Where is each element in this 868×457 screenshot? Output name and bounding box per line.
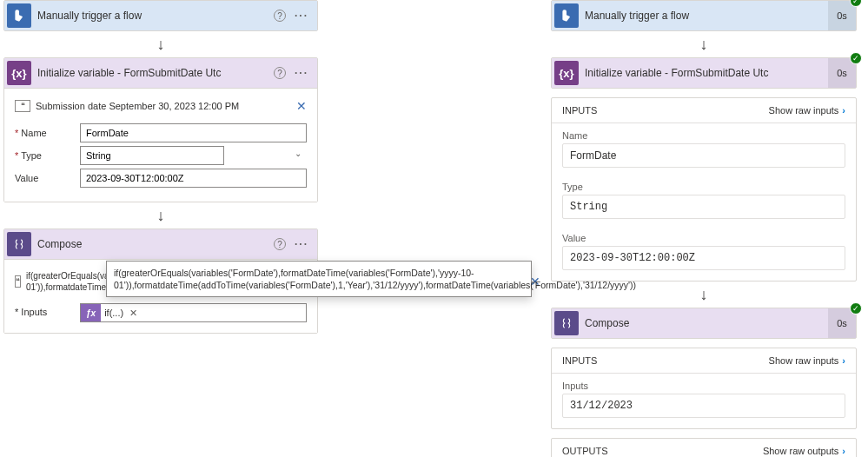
compose-outputs-section: OUTPUTS Show raw outputs› Outputs 31/12/… (551, 438, 857, 457)
action-body: ❝ Submission date September 30, 2023 12:… (4, 88, 317, 202)
flow-arrow: ↓ (0, 208, 321, 223)
finger-press-icon (554, 3, 579, 28)
type-label: * Type (15, 150, 80, 161)
show-raw-inputs-link[interactable]: Show raw inputs› (769, 355, 845, 366)
action-title: Compose (581, 317, 856, 329)
action-header[interactable]: Compose ? ··· (4, 229, 317, 259)
action-header[interactable]: Compose 0s (552, 308, 856, 338)
comment-icon: ❝ (15, 275, 21, 288)
success-check-icon: ✓ (850, 0, 862, 7)
compose-inputs-section: INPUTS Show raw inputs› Inputs 31/12/202… (551, 348, 857, 429)
show-raw-inputs-link[interactable]: Show raw inputs› (769, 105, 845, 116)
flow-arrow: ↓ (547, 36, 860, 52)
help-icon[interactable]: ? (274, 10, 286, 22)
chevron-down-icon: ⌄ (295, 149, 301, 158)
type-value: String (562, 195, 845, 219)
success-check-icon: ✓ (850, 302, 862, 315)
expression-token: if(...) (101, 308, 127, 318)
name-label: * Name (15, 128, 80, 138)
name-value: FormDate (562, 143, 845, 168)
help-icon[interactable]: ? (274, 238, 286, 250)
action-title: Manually trigger a flow (34, 10, 274, 22)
action-title: Compose (34, 238, 274, 250)
result-action-compose: Compose 0s ✓ (551, 308, 857, 339)
action-header[interactable]: {x} Initialize variable - FormSubmitDate… (552, 58, 856, 88)
finger-press-icon (7, 3, 31, 28)
more-menu-icon[interactable]: ··· (295, 10, 308, 22)
action-init-variable: {x} Initialize variable - FormSubmitDate… (3, 57, 318, 202)
help-icon[interactable]: ? (274, 67, 286, 79)
action-description: Submission date September 30, 2023 12:00… (36, 101, 289, 111)
type-label: Type (562, 182, 845, 192)
inputs-label: * Inputs (15, 307, 80, 317)
action-title: Manually trigger a flow (581, 10, 856, 22)
inputs-section: INPUTS Show raw inputs› Name FormDate Ty… (551, 97, 857, 281)
value-label: Value (562, 233, 845, 243)
compose-icon (554, 311, 579, 335)
action-title: Initialize variable - FormSubmitDate Utc (581, 67, 856, 79)
name-label: Name (562, 130, 845, 141)
run-results-pane: Manually trigger a flow 0s ✓ ↓ {x} Initi… (547, 0, 860, 457)
variable-icon: {x} (554, 61, 579, 85)
type-select[interactable] (80, 146, 224, 165)
section-title: OUTPUTS (562, 446, 608, 456)
close-icon[interactable]: ✕ (296, 99, 307, 113)
result-action-trigger[interactable]: Manually trigger a flow 0s ✓ (551, 0, 857, 31)
fx-icon: ƒx (81, 304, 101, 321)
value-input[interactable] (80, 169, 307, 188)
more-menu-icon[interactable]: ··· (295, 67, 308, 79)
token-remove-icon[interactable]: ✕ (127, 308, 140, 319)
success-check-icon: ✓ (850, 52, 862, 64)
name-input[interactable] (80, 123, 307, 142)
inputs-expression-input[interactable]: ƒx if(...) ✕ (80, 303, 307, 322)
section-title: INPUTS (562, 355, 597, 366)
expression-tooltip: if(greaterOrEquals(variables('FormDate')… (106, 261, 532, 297)
value-label: Value (15, 173, 80, 183)
more-menu-icon[interactable]: ··· (295, 238, 308, 250)
section-title: INPUTS (562, 105, 597, 116)
result-action-init-variable: {x} Initialize variable - FormSubmitDate… (551, 57, 857, 89)
inputs-value: 31/12/2023 (562, 394, 845, 418)
action-title: Initialize variable - FormSubmitDate Utc (34, 67, 274, 79)
action-trigger[interactable]: Manually trigger a flow ? ··· (3, 0, 318, 31)
inputs-label: Inputs (562, 381, 845, 391)
comment-icon: ❝ (15, 100, 30, 112)
flow-arrow: ↓ (0, 36, 321, 52)
action-header[interactable]: {x} Initialize variable - FormSubmitDate… (4, 58, 317, 88)
show-raw-outputs-link[interactable]: Show raw outputs› (763, 446, 845, 456)
variable-icon: {x} (7, 61, 31, 85)
compose-icon (7, 232, 31, 256)
value-value: 2023-09-30T12:00:00Z (562, 246, 845, 270)
